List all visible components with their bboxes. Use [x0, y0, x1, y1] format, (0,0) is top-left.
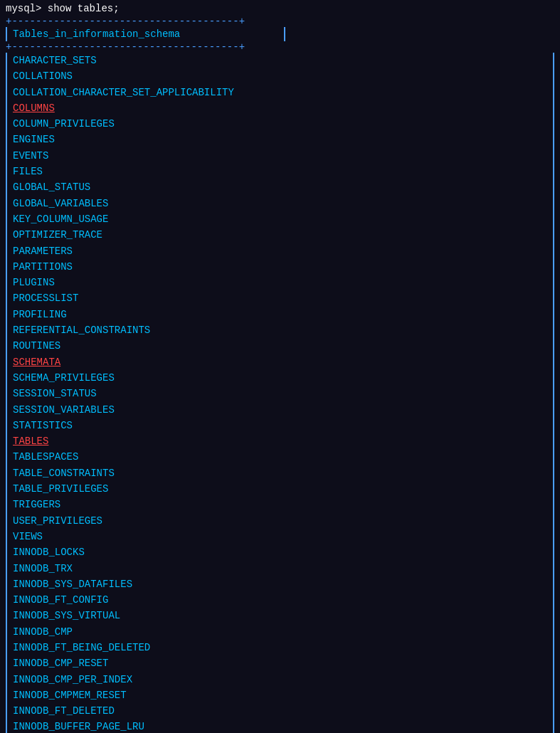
table-row: INNODB_TRX — [6, 561, 554, 576]
table-row: TABLESPACES — [6, 449, 554, 465]
prompt-line: mysql> show tables; — [0, 0, 560, 16]
table-row: FILES — [6, 164, 554, 179]
table-row: INNODB_FT_BEING_DELETED — [6, 640, 554, 655]
table-row: VIEWS — [6, 529, 554, 544]
table-row: INNODB_CMP_PER_INDEX — [6, 672, 554, 687]
table-row: INNODB_CMPMEM_RESET — [6, 687, 554, 703]
table-row: SCHEMA_PRIVILEGES — [6, 370, 554, 386]
table-list: CHARACTER_SETSCOLLATIONSCOLLATION_CHARAC… — [0, 53, 560, 733]
table-row: INNODB_BUFFER_PAGE_LRU — [6, 719, 554, 733]
table-row: USER_PRIVILEGES — [6, 513, 554, 529]
table-row: SCHEMATA — [6, 354, 554, 370]
table-row: SESSION_VARIABLES — [6, 402, 554, 418]
table-row: GLOBAL_STATUS — [6, 179, 554, 195]
terminal: mysql> show tables; +-------------------… — [0, 0, 560, 733]
header-bottom-border: +--------------------------------------+ — [0, 41, 560, 53]
table-row: COLLATION_CHARACTER_SET_APPLICABILITY — [6, 85, 554, 100]
table-row: TRIGGERS — [6, 497, 554, 512]
table-row: PARAMETERS — [6, 243, 554, 259]
table-row: INNODB_CMP — [6, 624, 554, 640]
table-row: INNODB_SYS_DATAFILES — [6, 576, 554, 592]
table-row: COLUMN_PRIVILEGES — [6, 116, 554, 132]
table-row: PARTITIONS — [6, 259, 554, 275]
table-row: COLLATIONS — [6, 68, 554, 84]
top-border: +--------------------------------------+ — [0, 16, 560, 27]
table-row: COLUMNS — [6, 100, 554, 116]
table-row: STATISTICS — [6, 418, 554, 433]
table-row: SESSION_STATUS — [6, 386, 554, 401]
table-row: ENGINES — [6, 132, 554, 147]
table-row: OPTIMIZER_TRACE — [6, 227, 554, 243]
table-row: INNODB_FT_CONFIG — [6, 592, 554, 608]
table-row: INNODB_SYS_VIRTUAL — [6, 608, 554, 623]
column-header: Tables_in_information_schema — [6, 27, 285, 41]
table-row: CHARACTER_SETS — [6, 53, 554, 68]
table-row: PROFILING — [6, 307, 554, 322]
table-row: PROCESSLIST — [6, 290, 554, 306]
table-row: INNODB_CMP_RESET — [6, 655, 554, 671]
table-row: INNODB_LOCKS — [6, 544, 554, 560]
table-row: INNODB_FT_DELETED — [6, 703, 554, 719]
table-row: GLOBAL_VARIABLES — [6, 196, 554, 211]
table-row: KEY_COLUMN_USAGE — [6, 211, 554, 227]
table-row: EVENTS — [6, 148, 554, 164]
table-row: ROUTINES — [6, 338, 554, 354]
table-row: PLUGINS — [6, 275, 554, 290]
table-row: TABLE_PRIVILEGES — [6, 481, 554, 497]
table-row: TABLES — [6, 433, 554, 449]
table-row: REFERENTIAL_CONSTRAINTS — [6, 322, 554, 338]
table-row: TABLE_CONSTRAINTS — [6, 465, 554, 481]
